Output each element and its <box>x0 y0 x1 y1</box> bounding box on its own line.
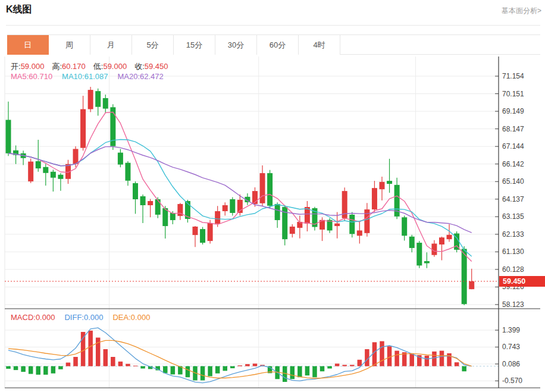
ma-legend: MA5:60.710MA10:61.087MA20:62.472 <box>11 72 173 81</box>
svg-text:-0.570: -0.570 <box>502 377 522 385</box>
svg-text:70.151: 70.151 <box>502 90 524 98</box>
macd-legend: MACD:0.000DIFF:0.000DEA:0.000 <box>11 313 159 322</box>
legend-item: 收:59.450 <box>134 62 168 71</box>
svg-text:1.399: 1.399 <box>502 326 520 334</box>
legend-item: 低:59.000 <box>93 62 127 71</box>
legend-item: 开:59.000 <box>11 62 44 71</box>
svg-text:63.135: 63.135 <box>502 212 524 221</box>
legend-item: MA20:62.472 <box>117 72 163 81</box>
legend-item: MA10:61.087 <box>62 72 108 81</box>
legend-item: DIFF:0.000 <box>64 313 103 322</box>
svg-text:69.149: 69.149 <box>502 107 524 115</box>
legend-item: MACD:0.000 <box>11 313 55 322</box>
legend-item: MA5:60.710 <box>11 72 52 81</box>
svg-text:62.133: 62.133 <box>502 230 524 239</box>
svg-text:0.086: 0.086 <box>502 360 520 368</box>
svg-text:60.128: 60.128 <box>502 265 524 274</box>
svg-text:61.130: 61.130 <box>502 247 524 256</box>
svg-text:64.137: 64.137 <box>502 195 524 203</box>
svg-text:67.144: 67.144 <box>502 142 524 150</box>
kline-chart-canvas[interactable]: 71.15470.15169.14968.14767.14466.14265.1… <box>0 0 545 392</box>
svg-text:65.140: 65.140 <box>502 177 524 186</box>
ohlc-legend: 开:59.000高:60.170低:59.000收:59.450 <box>11 61 176 72</box>
svg-text:0.743: 0.743 <box>502 343 520 351</box>
svg-text:58.123: 58.123 <box>502 300 524 309</box>
svg-text:71.154: 71.154 <box>502 72 524 80</box>
current-price-badge: 59.450 <box>499 276 545 287</box>
legend-item: 高:60.170 <box>52 62 85 71</box>
legend-item: DEA:0.000 <box>112 313 150 322</box>
svg-text:68.147: 68.147 <box>502 125 524 133</box>
svg-text:66.142: 66.142 <box>502 160 524 168</box>
